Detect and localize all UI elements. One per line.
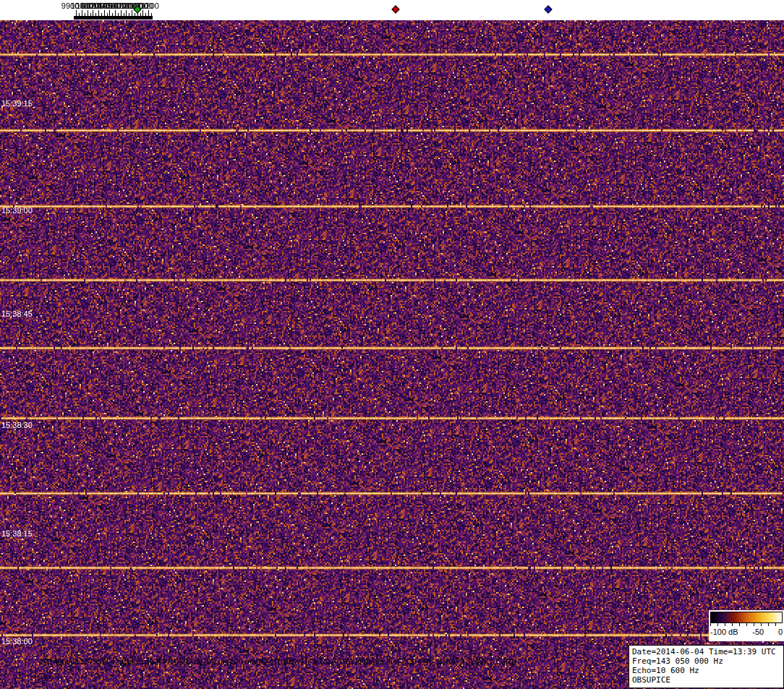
colorbar-mid-label: -50 bbox=[752, 628, 764, 636]
spectrogram-canvas[interactable] bbox=[0, 20, 784, 689]
meteor-echo-spectrogram-window: 9900 Hz100001010010200103001040010500106… bbox=[0, 0, 784, 689]
colorbar-labels: -100 dB -50 0 bbox=[710, 628, 783, 636]
frequency-ruler[interactable]: 9900 Hz100001010010200103001040010500106… bbox=[0, 0, 784, 20]
colorbar: -100 dB -50 0 bbox=[709, 610, 784, 641]
colorbar-ticks bbox=[710, 623, 783, 626]
colorbar-min-label: -100 dB bbox=[710, 628, 738, 636]
colorbar-gradient bbox=[710, 612, 783, 623]
info-freq-line: Freq=143 050 000 Hz bbox=[632, 656, 780, 666]
info-echo-line: Echo=10 600 Hz bbox=[632, 666, 780, 675]
observation-info-box: Date=2014-06-04 Time=13:39 UTC Freq=143 … bbox=[629, 645, 784, 688]
red-freq-marker[interactable] bbox=[391, 5, 399, 13]
frequency-ruler-labels: 9900 Hz100001010010200103001040010500106… bbox=[0, 0, 784, 20]
info-station-line: OBSUPICE bbox=[632, 675, 780, 685]
colorbar-max-label: 0 bbox=[778, 628, 783, 636]
info-date-line: Date=2014-06-04 Time=13:39 UTC bbox=[632, 647, 780, 656]
cursor-readout-text: ^t+55 bbox=[33, 674, 53, 682]
blue-freq-marker[interactable] bbox=[544, 5, 552, 13]
detection-status-text: 20140604133755204 hCnt35 nb-84 f10592 hi… bbox=[40, 657, 516, 666]
